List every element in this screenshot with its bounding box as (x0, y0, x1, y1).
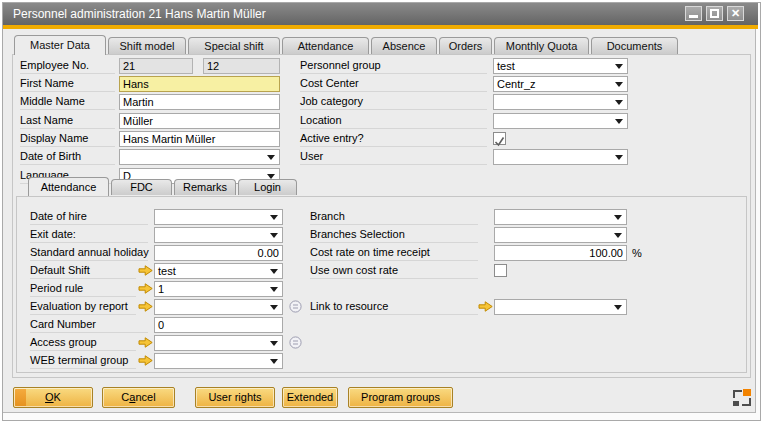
default-shift-select[interactable]: test (154, 263, 283, 279)
date-of-hire-label: Date of hire (30, 209, 148, 225)
cost-rate-percent-suffix: % (632, 246, 642, 261)
subtab-attendance[interactable]: Attendance (28, 177, 109, 196)
program-groups-button[interactable]: Program groups (348, 387, 453, 408)
cost-center-select[interactable]: Centr_z (493, 76, 628, 92)
first-name-field[interactable]: Hans (119, 76, 280, 92)
link-arrow-icon[interactable] (138, 301, 153, 312)
dropdown-arrow-icon[interactable] (615, 82, 623, 87)
title-bar: Personnel administration 21 Hans Martin … (3, 3, 758, 25)
card-number-field[interactable]: 0 (154, 317, 283, 333)
period-rule-label: Period rule (30, 281, 136, 297)
dropdown-arrow-icon[interactable] (270, 215, 278, 220)
cost-rate-label: Cost rate on time receipt (310, 245, 478, 261)
evaluation-by-report-label: Evaluation by report (30, 299, 136, 315)
cancel-button[interactable]: Cancel (102, 387, 175, 408)
user-label: User (300, 149, 487, 165)
subtab-remarks[interactable]: Remarks (174, 179, 236, 195)
employee-no-label: Employee No. (20, 58, 115, 74)
tab-attendance[interactable]: Attendance (282, 37, 369, 54)
access-group-select[interactable] (154, 335, 283, 351)
dropdown-arrow-icon[interactable] (615, 119, 623, 124)
date-of-birth-select[interactable] (119, 149, 280, 165)
date-of-birth-label: Date of Birth (20, 149, 115, 165)
subtab-login[interactable]: Login (238, 179, 297, 195)
link-to-resource-select[interactable] (494, 299, 627, 315)
link-arrow-icon[interactable] (138, 283, 153, 294)
display-name-field[interactable]: Hans Martin Müller (119, 131, 280, 147)
tab-documents[interactable]: Documents (591, 37, 678, 54)
employee-no-field-2[interactable]: 12 (203, 58, 280, 74)
location-label: Location (300, 113, 487, 129)
tab-absence[interactable]: Absence (371, 37, 437, 54)
personnel-group-select[interactable]: test (493, 58, 628, 74)
dropdown-arrow-icon[interactable] (267, 155, 275, 160)
dropdown-arrow-icon[interactable] (614, 305, 622, 310)
dropdown-arrow-icon[interactable] (615, 155, 623, 160)
employee-no-field-1[interactable]: 21 (119, 58, 193, 74)
choose-list-icon[interactable] (289, 300, 302, 313)
default-shift-label: Default Shift (30, 263, 136, 279)
branch-select[interactable] (494, 209, 627, 225)
dropdown-arrow-icon[interactable] (615, 100, 623, 105)
cost-rate-field[interactable]: 100.00 (494, 245, 627, 261)
web-terminal-group-select[interactable] (154, 353, 283, 369)
card-number-label: Card Number (30, 317, 148, 333)
grip-gray-square (733, 401, 739, 406)
field-value: Centr_z (497, 78, 536, 90)
dropdown-arrow-icon[interactable] (270, 305, 278, 310)
dropdown-arrow-icon[interactable] (270, 233, 278, 238)
middle-name-label: Middle Name (20, 94, 115, 110)
user-select[interactable] (493, 149, 628, 165)
location-select[interactable] (493, 113, 628, 129)
tab-shift-model[interactable]: Shift model (108, 37, 186, 54)
evaluation-by-report-select[interactable] (154, 299, 283, 315)
dropdown-arrow-icon[interactable] (270, 287, 278, 292)
exit-date-select[interactable] (154, 227, 283, 243)
minimize-icon (689, 15, 698, 18)
dropdown-arrow-icon[interactable] (270, 359, 278, 364)
tab-monthly-quota[interactable]: Monthly Quota (494, 37, 589, 54)
close-button[interactable]: ✕ (727, 6, 744, 21)
active-entry-checkbox[interactable] (493, 132, 506, 145)
dropdown-arrow-icon[interactable] (614, 215, 622, 220)
standard-annual-holiday-field[interactable]: 0.00 (154, 245, 283, 261)
grip-orange-square (743, 389, 751, 396)
middle-name-field[interactable]: Martin (119, 94, 280, 110)
maximize-button[interactable] (706, 6, 723, 21)
access-group-label: Access group (30, 335, 136, 351)
date-of-hire-select[interactable] (154, 209, 283, 225)
use-own-cost-rate-checkbox[interactable] (494, 264, 507, 277)
ok-button[interactable]: OK (13, 387, 93, 408)
user-rights-button[interactable]: User rights (195, 387, 275, 408)
field-value: 1 (158, 283, 164, 295)
window-title: Personnel administration 21 Hans Martin … (13, 7, 266, 21)
dropdown-arrow-icon[interactable] (614, 233, 622, 238)
grip-corner (742, 398, 751, 406)
dropdown-arrow-icon[interactable] (270, 269, 278, 274)
tab-master-data[interactable]: Master Data (14, 35, 106, 55)
maximize-icon (710, 9, 719, 18)
link-to-resource-label: Link to resource (310, 299, 478, 315)
link-arrow-icon[interactable] (138, 355, 153, 366)
job-category-label: Job category (300, 94, 487, 110)
subtab-fdc[interactable]: FDC (111, 179, 172, 195)
tab-special-shift[interactable]: Special shift (188, 37, 280, 54)
resize-grip-icon[interactable] (733, 389, 752, 406)
dropdown-arrow-icon[interactable] (270, 341, 278, 346)
link-arrow-icon[interactable] (138, 265, 153, 276)
use-own-cost-rate-label: Use own cost rate (310, 263, 478, 279)
field-value: test (158, 265, 176, 277)
extended-button[interactable]: Extended (282, 387, 338, 408)
last-name-field[interactable]: Müller (119, 113, 280, 129)
choose-list-icon[interactable] (289, 336, 302, 349)
dropdown-arrow-icon[interactable] (615, 64, 623, 69)
job-category-select[interactable] (493, 94, 628, 110)
minimize-button[interactable] (685, 6, 702, 21)
link-arrow-icon[interactable] (478, 301, 493, 312)
branches-selection-select[interactable] (494, 227, 627, 243)
link-arrow-icon[interactable] (138, 337, 153, 348)
close-icon: ✕ (728, 7, 743, 20)
web-terminal-group-label: WEB terminal group (30, 353, 136, 369)
period-rule-select[interactable]: 1 (154, 281, 283, 297)
tab-orders[interactable]: Orders (439, 37, 492, 54)
